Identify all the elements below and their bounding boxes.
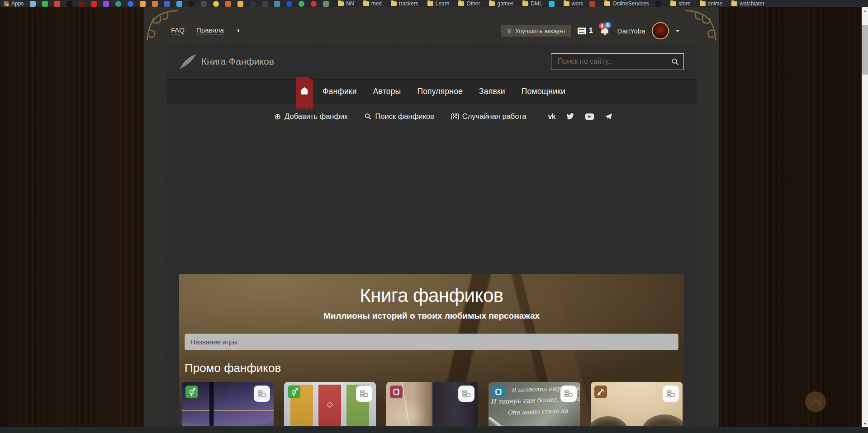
empty-ad-space [166, 129, 697, 274]
site-search-input[interactable] [557, 57, 671, 66]
youtube-favicon[interactable] [91, 1, 97, 7]
hero-title: Книга фанфиков [179, 285, 684, 306]
promo-card-5[interactable] [591, 382, 683, 426]
target-favicon[interactable] [311, 1, 317, 7]
folder-icon [670, 1, 676, 6]
faq-link[interactable]: FAQ [171, 26, 185, 34]
bookmark-folder-label: med [371, 0, 382, 7]
apps-grid-icon [4, 1, 9, 6]
promo-card-4[interactable]: Я позволил ему забра И теперь там болит.… [489, 382, 580, 426]
seahorse-favicon[interactable] [115, 1, 121, 7]
promo-card-3[interactable] [386, 382, 478, 426]
bookmark-folder-games[interactable]: games [489, 0, 513, 7]
twitter-icon[interactable] [566, 113, 574, 120]
scrollbar-thumb[interactable] [862, 25, 868, 75]
scrollbar-up-arrow[interactable]: ▲ [862, 7, 868, 14]
maroon-favicon[interactable] [79, 1, 85, 7]
emoji-favicon[interactable] [213, 1, 219, 7]
bookmarks-bar: Apps NNmedtrackersLearnOthergamesDMLwork… [0, 0, 868, 7]
car-photo-favicon[interactable] [323, 1, 329, 7]
green-face-favicon[interactable] [299, 1, 304, 7]
sword-icon [597, 388, 605, 396]
folder-icon [522, 1, 528, 6]
mail-favicon[interactable] [128, 1, 133, 7]
search-fanfics-link[interactable]: Поиск фанфиков [365, 112, 434, 121]
bookmark-folder-store[interactable]: store [670, 0, 691, 7]
star-favicon[interactable] [140, 1, 146, 7]
bookmark-folder-trackers[interactable]: trackers [391, 0, 418, 7]
nav-item-helpers[interactable]: Помощники [522, 87, 565, 96]
yellow-favicon[interactable] [237, 1, 243, 7]
coins-icon [564, 389, 574, 399]
folder-icon [700, 1, 706, 6]
teal-animal-favicon[interactable] [274, 1, 280, 7]
red-favicon[interactable] [54, 1, 60, 7]
theme-toggle-icon[interactable]: ◑ [236, 27, 240, 33]
messages-button[interactable]: 1 [578, 27, 593, 35]
site-search-button[interactable] [671, 58, 679, 66]
hd-favicon[interactable] [201, 1, 207, 7]
nav-item-fanfics[interactable]: Фанфики [323, 87, 357, 96]
search-icon [671, 58, 679, 66]
add-fanfic-label: Добавить фанфик [285, 112, 347, 121]
bottom-strip [0, 427, 868, 433]
nav-item-popular[interactable]: Популярное [417, 87, 463, 96]
bookmark-folder-work[interactable]: work [564, 0, 583, 7]
bookmark-folder-NN[interactable]: NN [338, 0, 354, 7]
me-favicon[interactable] [549, 1, 555, 7]
page-background: FAQ Правила ◑ ♕ Улучшить аккаунт 1 4 4 D… [0, 7, 868, 427]
notification-badge-red: 4 [599, 23, 606, 29]
bookmark-folder-label: games [497, 0, 513, 7]
add-fanfic-link[interactable]: ⊕ Добавить фанфик [274, 112, 347, 121]
vk-icon[interactable]: vk [548, 113, 555, 121]
flame-favicon[interactable] [152, 1, 158, 7]
bookmark-folder-label: watchlater [740, 0, 764, 7]
bookmark-folder-label: Other [466, 0, 480, 7]
skull-favicon[interactable] [189, 1, 194, 7]
coins-icon [461, 389, 471, 399]
bookmark-folder-Learn[interactable]: Learn [427, 0, 450, 7]
twitch-favicon[interactable] [103, 1, 109, 7]
scrollbar-down-arrow[interactable]: ▼ [862, 420, 868, 427]
promo-card-1[interactable] [182, 382, 274, 426]
username-link[interactable]: DartYoba [617, 27, 645, 35]
telegram-icon[interactable] [605, 113, 612, 120]
bolt-favicon[interactable] [176, 1, 182, 7]
dark-star-favicon[interactable] [262, 1, 268, 7]
robot-favicon[interactable] [42, 1, 48, 7]
dark-x-favicon[interactable] [66, 1, 72, 7]
apps-button[interactable]: Apps [4, 0, 24, 7]
folder-icon [427, 1, 433, 6]
rules-link[interactable]: Правила [196, 26, 224, 34]
pen [489, 416, 512, 426]
promo-card-2[interactable] [284, 382, 376, 426]
bookmark-folder-watchlater[interactable]: watchlater [731, 0, 764, 7]
bookmark-folder-DML[interactable]: DML [522, 0, 542, 7]
site-logo[interactable]: Книга Фанфиков [179, 53, 274, 70]
nav-item-authors[interactable]: Авторы [373, 87, 401, 96]
home-tab[interactable] [296, 77, 313, 110]
game-search-input[interactable] [185, 334, 678, 350]
shield-favicon[interactable] [589, 1, 595, 7]
bookmark-folder-Other[interactable]: Other [458, 0, 480, 7]
cat-favicon[interactable] [225, 1, 231, 7]
bookmark-folder-label: NN [346, 0, 354, 7]
scroll-to-top-button[interactable] [805, 391, 826, 412]
random-work-link[interactable]: Случайная работа [451, 112, 526, 121]
upgrade-account-button[interactable]: ♕ Улучшить аккаунт [501, 25, 571, 37]
photo-favicon[interactable] [30, 1, 36, 7]
chevron-down-icon[interactable] [675, 30, 680, 32]
bookmark-folder-anime[interactable]: anime [700, 0, 723, 7]
bookmark-folder-OnlineServices[interactable]: OnlineServices [604, 0, 649, 7]
folder-icon [731, 1, 737, 6]
notifications-button[interactable]: 4 4 [599, 25, 611, 36]
promo-coins-badge [458, 386, 474, 402]
avatar[interactable] [652, 22, 669, 39]
black-favicon[interactable] [655, 1, 661, 7]
nav-item-requests[interactable]: Заявки [479, 87, 505, 96]
blue-round-favicon[interactable] [286, 1, 292, 7]
youtube-icon[interactable] [585, 113, 594, 120]
bookmark-folder-med[interactable]: med [363, 0, 382, 7]
printer-favicon[interactable] [250, 1, 256, 7]
snowflake-favicon[interactable] [164, 1, 170, 7]
